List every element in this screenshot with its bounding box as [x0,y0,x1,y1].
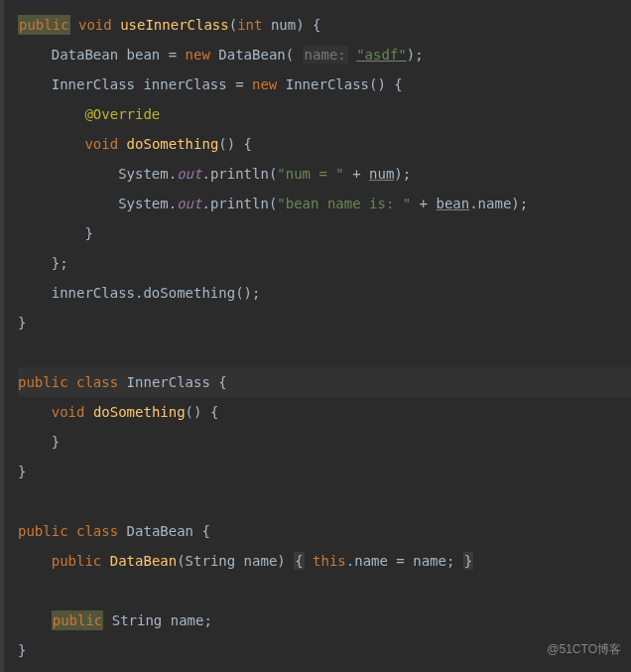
code-line: InnerClass innerClass = new InnerClass()… [18,69,631,99]
keyword-new: new [186,47,210,63]
keyword-public: public [52,553,110,569]
string-literal: "bean name is: " [277,196,411,211]
method-name: doSomething [93,404,186,420]
editor-gutter [0,0,4,672]
keyword-int: int [237,17,262,33]
code-line: } [18,218,631,248]
code-line: public void useInnerClass(int num) { [18,10,631,40]
code-line: System.out.println("bean name is: " + be… [18,189,631,218]
keyword-void: void [70,17,121,33]
keyword-public: public [18,523,76,539]
keyword-public: public [18,15,70,35]
code-line: DataBean bean = new DataBean( name: "asd… [18,40,631,69]
brace-highlight: { [294,552,304,570]
keyword-void: void [52,404,93,420]
code-line-current: public class InnerClass { [18,367,631,397]
code-line [18,337,631,367]
code-line [18,486,631,516]
keyword-public: public [52,610,104,630]
keyword-new: new [252,76,277,92]
annotation-override: @Override [18,106,160,122]
string-literal: "asdf" [356,47,407,63]
brace-highlight: } [463,552,473,570]
code-line: innerClass.doSomething(); [18,278,631,308]
code-line: public String name; [18,605,631,635]
static-field: out [177,166,201,182]
static-field: out [177,196,201,211]
code-line: }; [18,248,631,278]
keyword-public: public [18,374,76,390]
keyword-class: class [76,523,127,539]
code-line: public class DataBean { [18,516,631,546]
keyword-class: class [76,374,127,390]
method-name: useInnerClass [120,17,229,33]
keyword-this: this [313,553,346,569]
code-line: } [18,457,631,486]
code-line [18,576,631,605]
code-line: @Override [18,99,631,129]
watermark-text: @51CTO博客 [547,634,621,664]
method-name: doSomething [127,136,219,152]
variable-ref: num [369,166,394,182]
variable-ref: bean [436,196,469,211]
code-editor[interactable]: public void useInnerClass(int num) { Dat… [0,0,631,672]
param-hint: name: [303,46,348,64]
code-line: } [18,308,631,337]
string-literal: "num = " [277,166,343,182]
code-line: } [18,427,631,457]
code-line: public DataBean(String name) { this.name… [18,546,631,576]
code-line: System.out.println("num = " + num); [18,159,631,189]
constructor-name: DataBean [110,553,177,569]
code-line: void doSomething() { [18,129,631,159]
code-line: void doSomething() { [18,397,631,427]
keyword-void: void [84,136,126,152]
code-line: } [18,635,631,665]
